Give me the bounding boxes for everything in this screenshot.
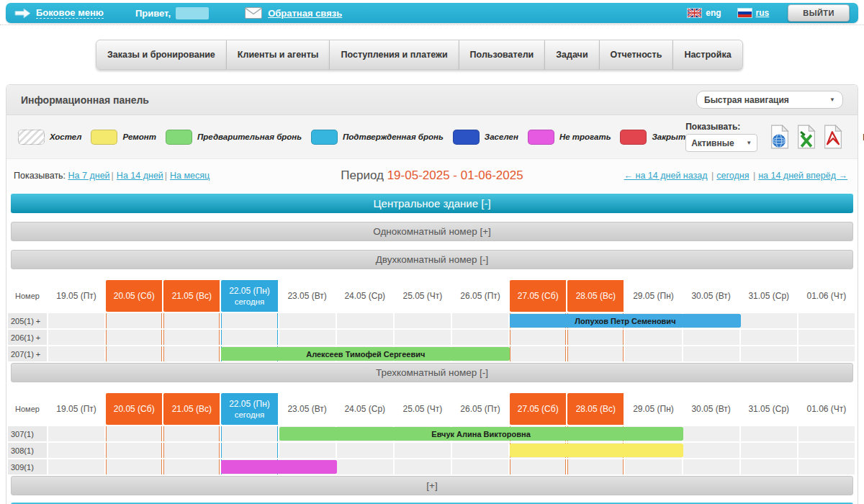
day-cell[interactable] bbox=[48, 426, 106, 441]
day-cell[interactable] bbox=[741, 313, 798, 328]
room-type-header-3[interactable]: [+] bbox=[11, 476, 853, 495]
day-cell[interactable] bbox=[510, 330, 567, 345]
range-link-1[interactable]: На 14 дней bbox=[110, 171, 163, 181]
booking-bar[interactable]: Алексеев Тимофей Сергеевич bbox=[221, 347, 510, 361]
day-cell[interactable] bbox=[48, 346, 106, 361]
range-link-0[interactable]: На 7 дней bbox=[68, 171, 110, 181]
day-cell[interactable] bbox=[163, 330, 221, 345]
day-cell[interactable] bbox=[510, 346, 567, 361]
day-cell[interactable] bbox=[452, 459, 510, 474]
lang-eng-link[interactable]: eng bbox=[706, 8, 721, 18]
day-cell[interactable] bbox=[625, 459, 683, 474]
quick-nav-select[interactable]: Быстрая навигация ▼ bbox=[696, 91, 843, 109]
day-cell[interactable] bbox=[279, 330, 337, 345]
day-cell[interactable] bbox=[106, 459, 163, 474]
day-cell[interactable] bbox=[741, 459, 798, 474]
day-cell[interactable] bbox=[337, 313, 395, 328]
day-cell[interactable] bbox=[625, 346, 683, 361]
day-cell[interactable] bbox=[221, 443, 279, 458]
envelope-icon[interactable] bbox=[245, 7, 262, 19]
day-cell[interactable] bbox=[567, 346, 625, 361]
excel-export-icon[interactable] bbox=[796, 125, 817, 149]
day-cell[interactable] bbox=[683, 443, 741, 458]
nav-tab-6[interactable]: Настройка bbox=[673, 40, 742, 70]
day-cell[interactable] bbox=[48, 443, 106, 458]
day-cell[interactable] bbox=[741, 330, 798, 345]
uk-flag-icon[interactable] bbox=[687, 8, 702, 18]
day-cell[interactable] bbox=[798, 313, 856, 328]
booking-bar[interactable]: Лопухов Петр Семенович bbox=[510, 314, 741, 328]
booking-bar[interactable] bbox=[221, 460, 336, 474]
day-cell[interactable] bbox=[279, 313, 337, 328]
room-label[interactable]: 205(1) + bbox=[8, 313, 48, 328]
room-label[interactable]: 307(1) bbox=[8, 426, 48, 441]
nav-tab-0[interactable]: Заказы и бронирование bbox=[96, 40, 227, 70]
day-cell[interactable] bbox=[221, 330, 279, 345]
forward-14-days-link[interactable]: на 14 дней вперёд → bbox=[752, 171, 847, 181]
nav-tab-2[interactable]: Поступления и платежи bbox=[330, 40, 459, 70]
day-cell[interactable] bbox=[741, 426, 798, 441]
day-cell[interactable] bbox=[337, 330, 395, 345]
day-cell[interactable] bbox=[798, 346, 856, 361]
day-cell[interactable] bbox=[683, 330, 741, 345]
day-cell[interactable] bbox=[741, 346, 798, 361]
day-cell[interactable] bbox=[221, 426, 279, 441]
day-cell[interactable] bbox=[452, 443, 510, 458]
side-menu-link[interactable]: Боковое меню bbox=[36, 7, 104, 19]
day-cell[interactable] bbox=[337, 443, 395, 458]
nav-tab-3[interactable]: Пользователи bbox=[459, 40, 546, 70]
status-filter-select[interactable]: Активные ▼ bbox=[685, 134, 757, 152]
web-export-icon[interactable] bbox=[769, 125, 791, 149]
lang-rus-link[interactable]: rus bbox=[756, 8, 770, 18]
room-type-header-0[interactable]: Однокомнатный номер [+] bbox=[11, 222, 853, 241]
day-cell[interactable] bbox=[163, 346, 221, 361]
day-cell[interactable] bbox=[221, 313, 279, 328]
day-cell[interactable] bbox=[683, 426, 741, 441]
room-label[interactable]: 308(1) bbox=[8, 443, 48, 458]
day-cell[interactable] bbox=[625, 330, 683, 345]
day-cell[interactable] bbox=[395, 330, 452, 345]
day-cell[interactable] bbox=[48, 313, 106, 328]
day-cell[interactable] bbox=[395, 443, 452, 458]
day-cell[interactable] bbox=[163, 426, 221, 441]
day-cell[interactable] bbox=[798, 459, 856, 474]
day-cell[interactable] bbox=[279, 443, 337, 458]
day-cell[interactable] bbox=[798, 330, 856, 345]
day-cell[interactable] bbox=[48, 330, 106, 345]
logout-button[interactable]: ВЫЙТИ bbox=[788, 4, 850, 22]
nav-tab-4[interactable]: Задачи bbox=[545, 40, 599, 70]
nav-tab-5[interactable]: Отчетность bbox=[600, 40, 674, 70]
day-cell[interactable] bbox=[798, 443, 856, 458]
day-cell[interactable] bbox=[741, 443, 798, 458]
pdf-export-icon[interactable] bbox=[822, 125, 844, 149]
today-link[interactable]: сегодня bbox=[710, 171, 749, 181]
day-cell[interactable] bbox=[395, 313, 452, 328]
day-cell[interactable] bbox=[163, 443, 221, 458]
day-cell[interactable] bbox=[452, 313, 510, 328]
nav-tab-1[interactable]: Клиенты и агенты bbox=[227, 40, 330, 70]
day-cell[interactable] bbox=[567, 459, 625, 474]
day-cell[interactable] bbox=[337, 459, 395, 474]
day-cell[interactable] bbox=[683, 346, 741, 361]
day-cell[interactable] bbox=[106, 330, 163, 345]
day-cell[interactable] bbox=[163, 313, 221, 328]
day-cell[interactable] bbox=[395, 459, 452, 474]
booking-bar[interactable]: Евчук Алина Викторовна bbox=[279, 427, 683, 441]
range-link-2[interactable]: На месяц bbox=[163, 171, 210, 181]
day-cell[interactable] bbox=[510, 459, 567, 474]
room-label[interactable]: 207(1) + bbox=[8, 346, 48, 361]
room-type-header-1[interactable]: Двухкомнатный номер [-] bbox=[11, 250, 853, 269]
day-cell[interactable] bbox=[798, 426, 856, 441]
day-cell[interactable] bbox=[106, 443, 163, 458]
day-cell[interactable] bbox=[106, 346, 163, 361]
room-label[interactable]: 206(1) + bbox=[8, 330, 48, 345]
back-14-days-link[interactable]: ← на 14 дней назад bbox=[624, 171, 708, 181]
room-type-header-2[interactable]: Трехкомнатный номер [-] bbox=[11, 363, 853, 382]
ru-flag-icon[interactable] bbox=[737, 8, 752, 18]
room-label[interactable]: 309(1) bbox=[8, 459, 48, 474]
day-cell[interactable] bbox=[106, 426, 163, 441]
day-cell[interactable] bbox=[163, 459, 221, 474]
day-cell[interactable] bbox=[106, 313, 163, 328]
day-cell[interactable] bbox=[452, 330, 510, 345]
day-cell[interactable] bbox=[48, 459, 106, 474]
